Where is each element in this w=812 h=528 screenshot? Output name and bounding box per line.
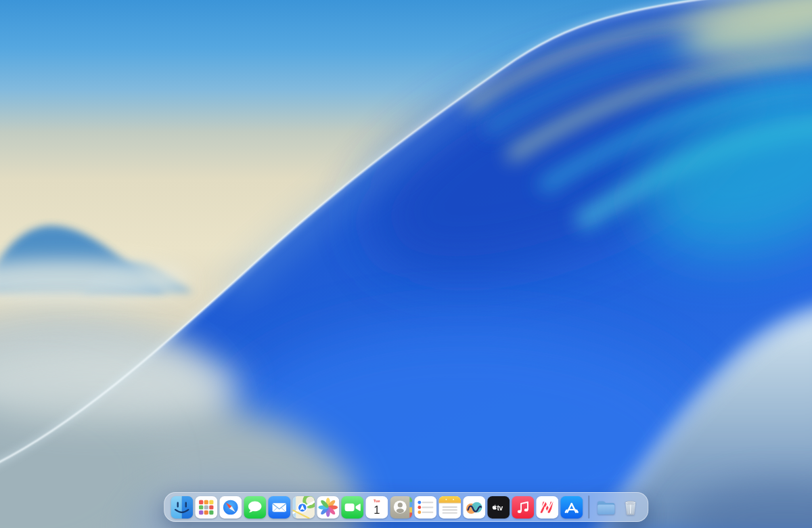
finder-icon: [171, 496, 193, 519]
photos-icon: [317, 496, 339, 519]
desktop-wallpaper: [0, 0, 812, 528]
dock-item-launchpad[interactable]: [195, 496, 217, 519]
trash-icon: [619, 496, 641, 519]
dock-item-app-store[interactable]: [560, 496, 583, 519]
dock-item-messages[interactable]: [244, 496, 266, 519]
dock-item-notes[interactable]: [438, 496, 461, 519]
mail-icon: [268, 496, 290, 519]
dock-item-music[interactable]: [512, 496, 534, 519]
dock-item-maps[interactable]: [292, 496, 315, 519]
maps-icon: [292, 496, 315, 519]
freeform-icon: [463, 496, 485, 519]
dock-item-facetime[interactable]: [341, 496, 363, 519]
dock-item-photos[interactable]: [317, 496, 339, 519]
tv-label: tv: [497, 504, 503, 511]
contacts-icon: [390, 496, 412, 519]
calendar-weekday: Tue: [374, 499, 380, 503]
dock-item-downloads-folder[interactable]: [595, 496, 617, 519]
facetime-icon: [341, 496, 363, 519]
app-store-icon: [560, 496, 583, 519]
dock-item-mail[interactable]: [268, 496, 290, 519]
dock-item-freeform[interactable]: [463, 496, 485, 519]
news-icon: [536, 496, 558, 519]
dock-item-news[interactable]: [536, 496, 558, 519]
launchpad-icon: [195, 496, 217, 519]
messages-icon: [244, 496, 266, 519]
music-icon: [512, 496, 534, 519]
dock-item-finder[interactable]: [171, 496, 193, 519]
safari-icon: [219, 496, 242, 519]
folder-icon: [595, 496, 617, 519]
calendar-icon: Tue 1: [365, 496, 388, 519]
dock-item-contacts[interactable]: [390, 496, 412, 519]
dock-item-reminders[interactable]: [414, 496, 436, 519]
tv-icon: tv: [487, 496, 510, 519]
reminders-icon: [414, 496, 436, 519]
calendar-day: 1: [374, 503, 380, 515]
dock-item-trash[interactable]: [619, 496, 641, 519]
dock-item-safari[interactable]: [219, 496, 242, 519]
desktop: Tue 1: [0, 0, 812, 528]
dock-item-tv[interactable]: tv: [487, 496, 510, 519]
dock: Tue 1: [164, 492, 648, 522]
dock-item-calendar[interactable]: Tue 1: [365, 496, 388, 519]
notes-icon: [438, 496, 461, 519]
dock-separator: [588, 496, 589, 519]
